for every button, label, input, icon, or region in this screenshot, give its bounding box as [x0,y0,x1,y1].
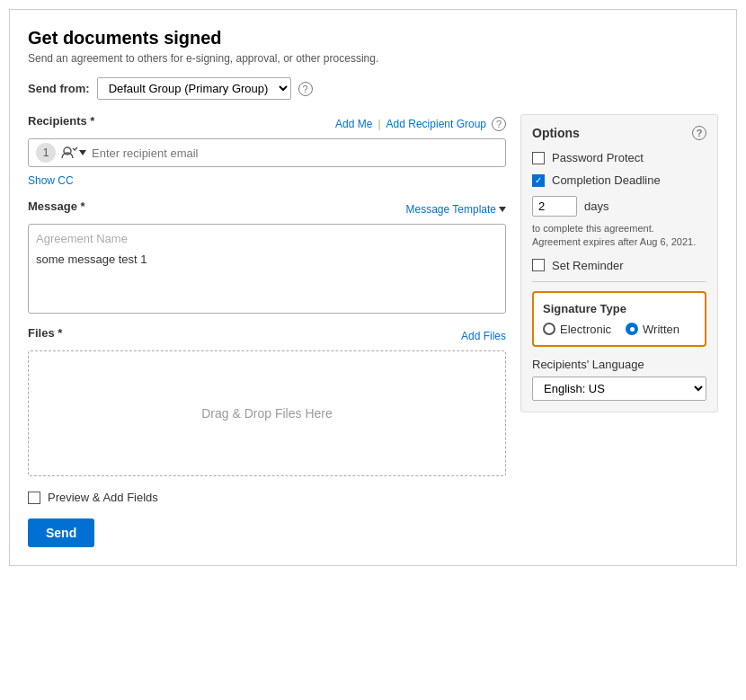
options-separator [532,281,706,282]
files-label: Files * [28,326,62,340]
recipient-type-icon[interactable] [61,146,86,159]
electronic-radio[interactable] [543,323,555,335]
password-protect-label: Password Protect [552,151,644,164]
message-template-chevron [499,207,506,212]
written-radio[interactable] [626,323,638,335]
recipient-type-chevron [79,150,86,155]
recipient-row: 1 [28,138,506,167]
preview-row: Preview & Add Fields [28,491,506,504]
signature-type-box: Signature Type Electronic Written [532,291,706,347]
written-label: Written [643,323,679,336]
add-files-link[interactable]: Add Files [461,330,506,342]
electronic-label: Electronic [560,323,611,336]
password-protect-row: Password Protect [532,151,706,164]
completion-deadline-row: Completion Deadline [532,173,706,187]
deadline-days-row: days [532,196,706,217]
send-from-label: Send from: [28,82,90,95]
days-label: days [584,199,608,213]
options-panel: Options ? Password Protect Completion De… [520,114,718,412]
page-title: Get documents signed [28,28,718,49]
options-label: Options [532,126,580,140]
send-button[interactable]: Send [28,518,94,547]
signature-type-label: Signature Type [543,302,696,315]
drag-drop-text: Drag & Drop Files Here [201,406,333,421]
message-text: some message test 1 [36,253,498,266]
agreement-name-placeholder: Agreement Name [36,232,498,245]
preview-label: Preview & Add Fields [48,491,158,504]
password-protect-checkbox[interactable] [532,152,545,164]
set-reminder-checkbox[interactable] [532,259,545,271]
recipients-label: Recipients * [28,114,94,128]
send-from-select[interactable]: Default Group (Primary Group) [97,77,291,100]
completion-deadline-checkbox[interactable] [532,174,545,187]
add-recipient-group-link[interactable]: Add Recipient Group [386,118,486,130]
preview-checkbox[interactable] [28,492,40,504]
written-option[interactable]: Written [626,323,679,336]
add-me-link[interactable]: Add Me [335,118,372,130]
show-cc-link[interactable]: Show CC [28,174,506,187]
set-reminder-label: Set Reminder [552,259,623,272]
message-label: Message * [28,199,85,213]
electronic-option[interactable]: Electronic [543,323,611,336]
recipient-number: 1 [36,143,56,163]
files-drop-area[interactable]: Drag & Drop Files Here [28,350,506,476]
language-select[interactable]: English: US [532,377,706,401]
deadline-days-input[interactable] [532,196,577,217]
recipients-help-icon[interactable]: ? [492,117,506,131]
page-subtitle: Send an agreement to others for e-signin… [28,52,718,65]
set-reminder-row: Set Reminder [532,259,706,272]
deadline-description: to complete this agreement. Agreement ex… [532,222,706,250]
options-help-icon[interactable]: ? [692,126,706,140]
recipients-language-label: Recipients' Language [532,358,706,371]
message-box[interactable]: Agreement Name some message test 1 [28,224,506,314]
message-template-btn[interactable]: Message Template [406,203,507,216]
send-from-help-icon[interactable]: ? [298,82,313,96]
completion-deadline-label: Completion Deadline [552,173,661,187]
recipient-email-input[interactable] [92,146,498,160]
